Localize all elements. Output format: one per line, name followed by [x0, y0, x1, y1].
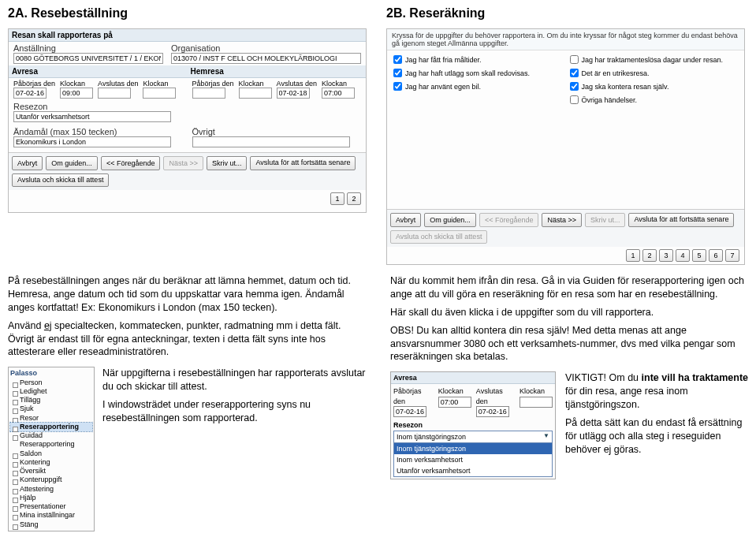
page-1-b[interactable]: 1 [626, 249, 640, 262]
panel-reserakning: Kryssa för de uppgifter du behöver rappo… [386, 28, 745, 265]
tree-item-konteruppgift[interactable]: Konteruppgift [10, 475, 92, 484]
tree-item-sjuk[interactable]: Sjuk [10, 405, 92, 413]
cb-utlagg-label: Jag har haft utlägg som skall redovisas. [405, 69, 530, 77]
avresa-col-klockan2: Klockan [520, 386, 553, 396]
page-4-b[interactable]: 4 [676, 249, 690, 262]
body-right-p3: OBS! Du kan alltid kontera din resa själ… [390, 324, 749, 364]
heading-2a: 2A. Resebeställning [8, 3, 371, 24]
avresa-klockan2[interactable] [143, 88, 176, 99]
tree-item-saldon[interactable]: Saldon [10, 449, 92, 458]
btn-foregaende-a[interactable]: << Föregående [101, 156, 161, 170]
avresa-klockan[interactable] [60, 88, 93, 99]
avresa-col-paborjas: Påbörjas den [393, 386, 434, 405]
avresa-val-klockan[interactable] [438, 397, 471, 408]
hemresa-avslutas[interactable] [277, 88, 310, 99]
body-right-p1: När du kommit hem ifrån din resa. Gå in … [390, 274, 749, 301]
btn-fortsatt-a[interactable]: Avsluta för att fortsätta senare [250, 156, 356, 170]
cb-utrikesresa[interactable] [570, 69, 579, 77]
hemresa-klockan2[interactable] [322, 88, 355, 99]
btn-avbryt-b[interactable]: Avbryt [390, 213, 421, 227]
tree-item-kontering[interactable]: Kontering [10, 458, 92, 467]
btn-skrivut-a[interactable]: Skriv ut... [207, 156, 248, 170]
cb-utlagg[interactable] [393, 69, 402, 77]
cb-maltider-label: Jag har fått fria måltider. [405, 56, 482, 64]
cb-egenbil[interactable] [393, 82, 402, 91]
col-avslutas: Avslutas den [98, 80, 138, 88]
tree-item-oversikt[interactable]: Översikt [10, 467, 92, 475]
btn-omguiden-b[interactable]: Om guiden... [424, 213, 476, 227]
section-hemresa: Hemresa [188, 65, 367, 78]
page-7-b[interactable]: 7 [725, 249, 739, 262]
btn-skicka-b: Avsluta och skicka till attest [390, 230, 487, 244]
input-resezon[interactable] [13, 111, 171, 122]
btn-fortsatt-b[interactable]: Avsluta för att fortsätta senare [628, 213, 734, 227]
resezon-opt-0[interactable]: Inom tjänstgöringszon [394, 443, 552, 454]
checkbox-col-left: Jag har fått fria måltider. Jag har haft… [393, 55, 562, 204]
tree-item-stang[interactable]: Stäng [10, 520, 92, 529]
page-6-b[interactable]: 6 [709, 249, 723, 262]
tree-root[interactable]: Palasso [10, 369, 92, 378]
pager-a: 1 2 [9, 190, 366, 207]
body-left-p2: Använd ej specialtecken, kommatecken, pu… [8, 319, 367, 360]
label-resezon: Resezon [13, 102, 361, 111]
tree-item-guidad[interactable]: Guidad Reserapportering [10, 431, 92, 449]
avresa-val-avslutas[interactable] [476, 406, 509, 417]
avresa-title: Avresa [391, 372, 555, 384]
avresa-resezon-label: Resezon [393, 420, 553, 430]
avresa-col-avslutas: Avslutas den [476, 386, 515, 405]
avresa-col-klockan: Klockan [438, 386, 471, 396]
avresa-val-paborjas[interactable] [393, 406, 426, 417]
cb-egenbil-label: Jag har använt egen bil. [405, 83, 481, 91]
btn-nasta-b[interactable]: Nästa >> [542, 213, 582, 227]
tree-item-installningar[interactable]: Mina inställningar [10, 511, 92, 520]
avresa-avslutas[interactable] [98, 88, 131, 99]
input-ovrigt[interactable] [192, 136, 350, 147]
hemresa-paborjas[interactable] [192, 88, 225, 99]
tree-item-ledighet[interactable]: Ledighet [10, 387, 92, 396]
label-andamal: Ändamål (max 150 tecken) [13, 127, 183, 136]
hemresa-klockan[interactable] [239, 88, 272, 99]
avresa-snippet: Avresa Påbörjas den Klockan Avslutas den… [390, 371, 556, 479]
pager-b: 1 2 3 4 5 6 7 [387, 247, 744, 264]
body-right: När du kommit hem ifrån din resa. Gå in … [390, 274, 749, 531]
col-paborjas: Påbörjas den [13, 80, 55, 88]
cb-utrikesresa-label: Det är en utrikesresa. [582, 69, 650, 77]
input-organisation[interactable] [171, 53, 361, 64]
btn-omguiden-a[interactable]: Om guiden... [46, 156, 98, 170]
avresa-paborjas[interactable] [13, 88, 47, 99]
btn-avbryt-a[interactable]: Avbryt [12, 156, 43, 170]
tree-item-hjalp[interactable]: Hjälp [10, 494, 92, 502]
cb-ovriga[interactable] [570, 95, 579, 104]
tree-item-tillagg[interactable]: Tillägg [10, 396, 92, 405]
resezon-opt-2[interactable]: Utanför verksamhetsort [394, 465, 552, 476]
btn-skicka-a[interactable]: Avsluta och skicka till attest [12, 173, 109, 187]
col-avslutas-h: Avslutas den [277, 80, 317, 88]
tree-item-reserapportering[interactable]: Reserapportering [10, 423, 92, 431]
page-2-a[interactable]: 2 [347, 192, 361, 205]
cb-traktamenteslosa-label: Jag har traktamenteslösa dagar under res… [582, 56, 724, 64]
page-2-b[interactable]: 2 [642, 249, 657, 262]
cb-kontera-label: Jag ska kontera resan själv. [582, 83, 669, 91]
resezon-opt-1[interactable]: Inom verksamhetsort [394, 454, 552, 465]
page-1-a[interactable]: 1 [330, 192, 344, 205]
page-5-b[interactable]: 5 [692, 249, 706, 262]
cb-traktamenteslosa[interactable] [570, 55, 579, 64]
tree-item-person[interactable]: Person [10, 379, 92, 387]
tree-item-attestering[interactable]: Attestering [10, 485, 92, 494]
col-klockan: Klockan [60, 80, 93, 88]
col-klockan-h: Klockan [239, 80, 272, 88]
cb-kontera[interactable] [570, 82, 579, 91]
resezon-dropdown[interactable]: Inom tjänstgöringszon ▼ Inom tjänstgörin… [393, 431, 553, 478]
page-3-b[interactable]: 3 [659, 249, 673, 262]
cb-maltider[interactable] [393, 55, 402, 64]
input-andamal[interactable] [13, 136, 171, 147]
tree-item-resor[interactable]: Resor [10, 414, 92, 423]
tree-item-presentationer[interactable]: Presentationer [10, 502, 92, 511]
chevron-down-icon: ▼ [543, 432, 549, 441]
label-organisation: Organisation [171, 43, 361, 53]
avresa-val-klockan2[interactable] [520, 397, 553, 408]
body-left-p3: När uppgifterna i resebeställningen har … [102, 367, 367, 393]
input-anstallning[interactable] [13, 53, 163, 64]
col-klockan2: Klockan [143, 80, 176, 88]
checkbox-col-right: Jag har traktamenteslösa dagar under res… [570, 55, 739, 204]
